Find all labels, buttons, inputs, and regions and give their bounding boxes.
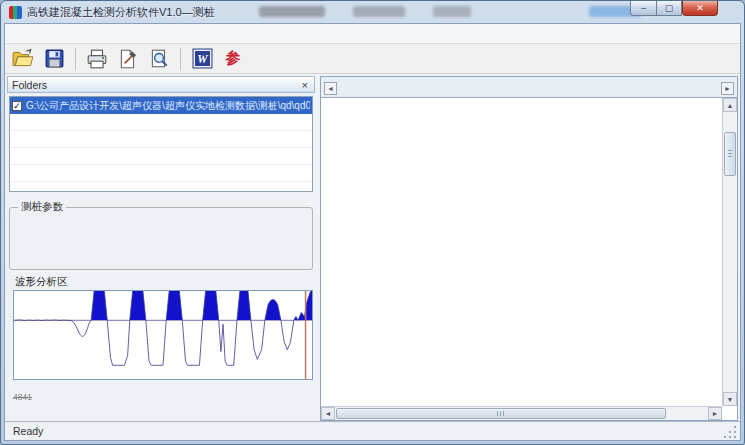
waveform-plot[interactable] bbox=[13, 290, 313, 380]
thumb-grip bbox=[728, 150, 732, 158]
waveform-section-label: 波形分析区 bbox=[15, 275, 315, 289]
app-icon bbox=[9, 6, 22, 19]
waveform-fill bbox=[14, 291, 312, 365]
panel-close-icon[interactable]: × bbox=[300, 80, 310, 90]
window-controls: – ▢ ✕ bbox=[630, 1, 718, 16]
open-file-button[interactable] bbox=[11, 47, 35, 71]
export-word-button[interactable]: W bbox=[190, 47, 214, 71]
status-ready-label: Ready bbox=[13, 425, 721, 437]
data-table-area bbox=[321, 98, 722, 406]
vertical-scrollbar[interactable]: ▲ ▼ bbox=[722, 98, 737, 406]
page-tool-icon bbox=[117, 48, 139, 70]
scroll-up-icon[interactable]: ▲ bbox=[723, 98, 737, 112]
horizontal-scroll-thumb[interactable] bbox=[336, 408, 666, 419]
save-floppy-icon bbox=[44, 48, 65, 69]
folder-list-empty-row bbox=[10, 148, 312, 165]
folder-list-empty-row bbox=[10, 165, 312, 182]
maximize-button[interactable]: ▢ bbox=[656, 1, 682, 16]
data-panel: ◄ ► ▲ ▼ bbox=[320, 76, 738, 421]
clipped-bottom-label: 4841 bbox=[13, 392, 315, 400]
scroll-down-icon[interactable]: ▼ bbox=[723, 392, 737, 406]
tab-scroll-right-icon[interactable]: ► bbox=[721, 82, 734, 95]
save-button[interactable] bbox=[42, 47, 66, 71]
close-button[interactable]: ✕ bbox=[682, 1, 718, 16]
horizontal-scrollbar[interactable]: ◄ ► bbox=[321, 406, 722, 420]
preview-magnifier-icon bbox=[148, 48, 170, 70]
menu-bar bbox=[5, 24, 740, 44]
parameters-button[interactable]: 参 bbox=[221, 47, 245, 71]
open-folder-icon bbox=[12, 48, 34, 70]
print-preview-button[interactable] bbox=[147, 47, 171, 71]
folder-list-empty-row bbox=[10, 131, 312, 148]
print-button[interactable] bbox=[85, 47, 109, 71]
param-char-icon: 参 bbox=[226, 49, 241, 68]
resize-grip[interactable] bbox=[724, 424, 738, 438]
word-icon: W bbox=[192, 48, 213, 69]
vertical-scroll-thumb[interactable] bbox=[724, 132, 736, 176]
toolbar-separator bbox=[75, 48, 76, 70]
status-bar: Ready bbox=[5, 421, 740, 440]
scroll-left-icon[interactable]: ◄ bbox=[321, 407, 335, 420]
checkbox-checked-icon[interactable]: ✓ bbox=[12, 101, 22, 111]
folders-panel-header: Folders × bbox=[7, 76, 315, 93]
waveform-svg bbox=[14, 291, 312, 379]
minimize-button[interactable]: – bbox=[630, 1, 656, 16]
app-window: 高铁建混凝土检测分析软件V1.0—测桩 – ▢ ✕ bbox=[0, 0, 745, 445]
pile-params-title: 测桩参数 bbox=[18, 200, 66, 214]
folder-list[interactable]: ✓ G:\公司产品设计开发\超声仪器\超声仪实地检测数据\测桩\qd\qd03\… bbox=[9, 96, 313, 192]
folders-panel-title: Folders bbox=[12, 79, 47, 91]
title-bar[interactable]: 高铁建混凝土检测分析软件V1.0—测桩 – ▢ ✕ bbox=[1, 1, 744, 23]
svg-text:W: W bbox=[197, 53, 208, 65]
folder-list-item[interactable]: ✓ G:\公司产品设计开发\超声仪器\超声仪实地检测数据\测桩\qd\qd03\… bbox=[10, 97, 312, 114]
scroll-right-icon[interactable]: ► bbox=[708, 407, 722, 420]
folder-path-label: G:\公司产品设计开发\超声仪器\超声仪实地检测数据\测桩\qd\qd03\qd… bbox=[26, 99, 310, 113]
printer-icon bbox=[86, 48, 108, 70]
folder-list-empty-row bbox=[10, 114, 312, 131]
pile-params-group: 测桩参数 bbox=[9, 200, 313, 270]
client-area: W 参 Folders × ✓ G:\公司产品设计开发\超声仪器\超声仪实地检测… bbox=[4, 23, 741, 441]
redacted-blur bbox=[353, 6, 405, 17]
main-content: Folders × ✓ G:\公司产品设计开发\超声仪器\超声仪实地检测数据\测… bbox=[5, 74, 740, 421]
print-setup-button[interactable] bbox=[116, 47, 140, 71]
tab-strip: ◄ ► bbox=[321, 77, 737, 98]
waveform-trace bbox=[14, 291, 312, 365]
redacted-blur bbox=[433, 6, 471, 17]
tab-scroll-left-icon[interactable]: ◄ bbox=[324, 82, 337, 95]
toolbar-separator bbox=[180, 48, 181, 70]
folders-panel: Folders × ✓ G:\公司产品设计开发\超声仪器\超声仪实地检测数据\测… bbox=[7, 76, 315, 421]
thumb-grip bbox=[497, 411, 506, 416]
toolbar: W 参 bbox=[5, 44, 740, 74]
redacted-blur bbox=[259, 6, 325, 17]
window-title: 高铁建混凝土检测分析软件V1.0—测桩 bbox=[27, 5, 215, 20]
